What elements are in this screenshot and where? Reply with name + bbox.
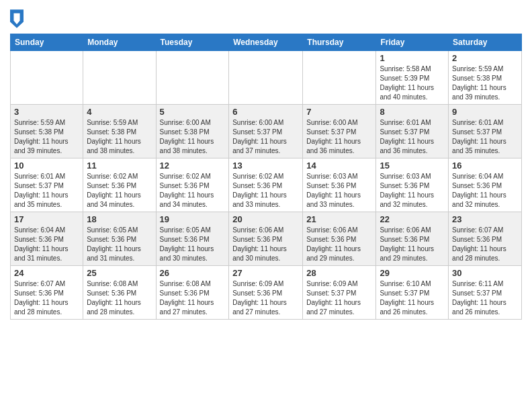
day-info: Sunrise: 6:05 AM Sunset: 5:36 PM Dayligh… — [87, 226, 141, 262]
day-info: Sunrise: 6:04 AM Sunset: 5:36 PM Dayligh… — [452, 173, 506, 208]
day-info: Sunrise: 5:59 AM Sunset: 5:38 PM Dayligh… — [452, 65, 506, 101]
day-info: Sunrise: 6:06 AM Sunset: 5:36 PM Dayligh… — [306, 226, 361, 262]
day-cell-6: 6Sunrise: 6:00 AM Sunset: 5:37 PM Daylig… — [229, 105, 303, 158]
day-cell-7: 7Sunrise: 6:00 AM Sunset: 5:37 PM Daylig… — [303, 105, 376, 158]
empty-cell — [83, 51, 156, 105]
day-number: 24 — [14, 268, 79, 278]
day-cell-21: 21Sunrise: 6:06 AM Sunset: 5:36 PM Dayli… — [303, 212, 376, 266]
day-number: 7 — [306, 107, 372, 117]
day-info: Sunrise: 6:04 AM Sunset: 5:36 PM Dayligh… — [14, 226, 69, 262]
day-cell-2: 2Sunrise: 5:59 AM Sunset: 5:38 PM Daylig… — [449, 51, 522, 105]
day-cell-12: 12Sunrise: 6:02 AM Sunset: 5:36 PM Dayli… — [156, 158, 229, 212]
day-info: Sunrise: 6:03 AM Sunset: 5:36 PM Dayligh… — [306, 173, 361, 208]
calendar-body: 1Sunrise: 5:58 AM Sunset: 5:39 PM Daylig… — [11, 51, 522, 320]
week-row-1: 1Sunrise: 5:58 AM Sunset: 5:39 PM Daylig… — [11, 51, 522, 105]
empty-cell — [156, 51, 229, 105]
day-number: 2 — [452, 53, 518, 63]
day-info: Sunrise: 6:06 AM Sunset: 5:36 PM Dayligh… — [380, 226, 434, 262]
day-number: 11 — [87, 161, 152, 171]
day-info: Sunrise: 6:00 AM Sunset: 5:38 PM Dayligh… — [160, 119, 214, 154]
day-cell-16: 16Sunrise: 6:04 AM Sunset: 5:36 PM Dayli… — [449, 158, 522, 212]
day-info: Sunrise: 6:01 AM Sunset: 5:37 PM Dayligh… — [452, 119, 506, 154]
day-number: 4 — [87, 107, 152, 117]
day-info: Sunrise: 6:07 AM Sunset: 5:36 PM Dayligh… — [452, 226, 506, 262]
day-cell-14: 14Sunrise: 6:03 AM Sunset: 5:36 PM Dayli… — [303, 158, 376, 212]
day-number: 3 — [14, 107, 79, 117]
day-cell-29: 29Sunrise: 6:10 AM Sunset: 5:37 PM Dayli… — [376, 266, 449, 320]
day-info: Sunrise: 6:09 AM Sunset: 5:36 PM Dayligh… — [232, 280, 287, 316]
day-cell-28: 28Sunrise: 6:09 AM Sunset: 5:37 PM Dayli… — [303, 266, 376, 320]
day-number: 13 — [232, 161, 299, 171]
empty-cell — [11, 51, 83, 105]
day-info: Sunrise: 6:08 AM Sunset: 5:36 PM Dayligh… — [160, 280, 214, 316]
day-cell-26: 26Sunrise: 6:08 AM Sunset: 5:36 PM Dayli… — [156, 266, 229, 320]
day-info: Sunrise: 6:05 AM Sunset: 5:36 PM Dayligh… — [160, 226, 214, 262]
day-number: 18 — [87, 214, 152, 224]
day-info: Sunrise: 6:10 AM Sunset: 5:37 PM Dayligh… — [380, 280, 434, 316]
day-number: 12 — [160, 161, 226, 171]
day-info: Sunrise: 6:02 AM Sunset: 5:36 PM Dayligh… — [87, 173, 141, 208]
weekday-wednesday: Wednesday — [229, 34, 303, 51]
day-cell-9: 9Sunrise: 6:01 AM Sunset: 5:37 PM Daylig… — [449, 105, 522, 158]
day-number: 25 — [87, 268, 152, 278]
day-number: 1 — [380, 53, 445, 63]
week-row-5: 24Sunrise: 6:07 AM Sunset: 5:36 PM Dayli… — [11, 266, 522, 320]
day-number: 30 — [452, 268, 518, 278]
day-number: 16 — [452, 161, 518, 171]
day-info: Sunrise: 6:06 AM Sunset: 5:36 PM Dayligh… — [232, 226, 287, 262]
day-info: Sunrise: 6:07 AM Sunset: 5:36 PM Dayligh… — [14, 280, 69, 316]
page: SundayMondayTuesdayWednesdayThursdayFrid… — [0, 0, 532, 330]
weekday-tuesday: Tuesday — [156, 34, 229, 51]
day-info: Sunrise: 6:00 AM Sunset: 5:37 PM Dayligh… — [306, 119, 361, 154]
day-cell-17: 17Sunrise: 6:04 AM Sunset: 5:36 PM Dayli… — [11, 212, 83, 266]
day-info: Sunrise: 6:03 AM Sunset: 5:36 PM Dayligh… — [380, 173, 434, 208]
day-number: 19 — [160, 214, 226, 224]
day-cell-4: 4Sunrise: 5:59 AM Sunset: 5:38 PM Daylig… — [83, 105, 156, 158]
day-number: 27 — [232, 268, 299, 278]
day-cell-10: 10Sunrise: 6:01 AM Sunset: 5:37 PM Dayli… — [11, 158, 83, 212]
day-cell-20: 20Sunrise: 6:06 AM Sunset: 5:36 PM Dayli… — [229, 212, 303, 266]
day-number: 22 — [380, 214, 445, 224]
day-cell-8: 8Sunrise: 6:01 AM Sunset: 5:37 PM Daylig… — [376, 105, 449, 158]
day-cell-22: 22Sunrise: 6:06 AM Sunset: 5:36 PM Dayli… — [376, 212, 449, 266]
calendar-header: SundayMondayTuesdayWednesdayThursdayFrid… — [11, 34, 522, 51]
day-number: 20 — [232, 214, 299, 224]
day-number: 17 — [14, 214, 79, 224]
day-number: 29 — [380, 268, 445, 278]
day-cell-19: 19Sunrise: 6:05 AM Sunset: 5:36 PM Dayli… — [156, 212, 229, 266]
day-number: 5 — [160, 107, 226, 117]
day-info: Sunrise: 6:01 AM Sunset: 5:37 PM Dayligh… — [380, 119, 434, 154]
weekday-friday: Friday — [376, 34, 449, 51]
day-cell-3: 3Sunrise: 5:59 AM Sunset: 5:38 PM Daylig… — [11, 105, 83, 158]
day-cell-15: 15Sunrise: 6:03 AM Sunset: 5:36 PM Dayli… — [376, 158, 449, 212]
day-info: Sunrise: 6:08 AM Sunset: 5:36 PM Dayligh… — [87, 280, 141, 316]
day-info: Sunrise: 6:11 AM Sunset: 5:37 PM Dayligh… — [452, 280, 506, 316]
day-number: 15 — [380, 161, 445, 171]
day-info: Sunrise: 5:58 AM Sunset: 5:39 PM Dayligh… — [380, 65, 434, 101]
day-number: 21 — [306, 214, 372, 224]
empty-cell — [229, 51, 303, 105]
day-number: 10 — [14, 161, 79, 171]
day-cell-13: 13Sunrise: 6:02 AM Sunset: 5:36 PM Dayli… — [229, 158, 303, 212]
week-row-4: 17Sunrise: 6:04 AM Sunset: 5:36 PM Dayli… — [11, 212, 522, 266]
day-number: 9 — [452, 107, 518, 117]
weekday-thursday: Thursday — [303, 34, 376, 51]
day-cell-23: 23Sunrise: 6:07 AM Sunset: 5:36 PM Dayli… — [449, 212, 522, 266]
empty-cell — [303, 51, 376, 105]
day-info: Sunrise: 6:01 AM Sunset: 5:37 PM Dayligh… — [14, 173, 69, 208]
day-cell-1: 1Sunrise: 5:58 AM Sunset: 5:39 PM Daylig… — [376, 51, 449, 105]
day-cell-25: 25Sunrise: 6:08 AM Sunset: 5:36 PM Dayli… — [83, 266, 156, 320]
day-number: 14 — [306, 161, 372, 171]
weekday-sunday: Sunday — [11, 34, 83, 51]
day-number: 26 — [160, 268, 226, 278]
weekday-monday: Monday — [83, 34, 156, 51]
week-row-2: 3Sunrise: 5:59 AM Sunset: 5:38 PM Daylig… — [11, 105, 522, 158]
day-cell-27: 27Sunrise: 6:09 AM Sunset: 5:36 PM Dayli… — [229, 266, 303, 320]
day-number: 23 — [452, 214, 518, 224]
day-info: Sunrise: 6:02 AM Sunset: 5:36 PM Dayligh… — [160, 173, 214, 208]
day-cell-30: 30Sunrise: 6:11 AM Sunset: 5:37 PM Dayli… — [449, 266, 522, 320]
day-cell-18: 18Sunrise: 6:05 AM Sunset: 5:36 PM Dayli… — [83, 212, 156, 266]
header — [10, 7, 522, 28]
day-info: Sunrise: 5:59 AM Sunset: 5:38 PM Dayligh… — [14, 119, 69, 154]
day-info: Sunrise: 6:00 AM Sunset: 5:37 PM Dayligh… — [232, 119, 287, 154]
